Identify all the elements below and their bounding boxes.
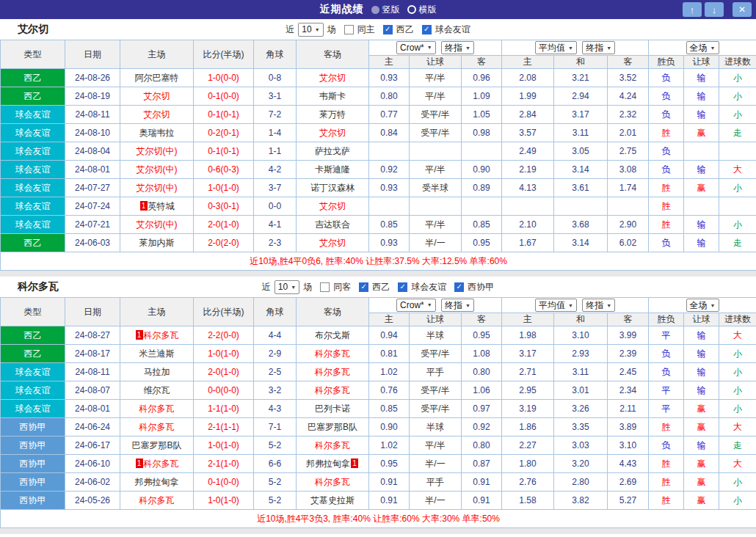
avg-home-cell: 2.49 <box>502 142 554 161</box>
chevron-down-icon: ▼ <box>606 303 611 308</box>
match-count-select[interactable]: 10 ▼ <box>275 280 299 294</box>
col-away: 客场 <box>297 298 369 326</box>
handicap-cell: 半/一 <box>410 492 462 510</box>
away-cell: 艾尔切 <box>297 234 369 252</box>
date-cell: 24-06-03 <box>65 234 120 252</box>
move-up-button[interactable]: ↑ <box>683 2 702 17</box>
col-corner: 角球 <box>254 298 297 326</box>
odds-away-cell: 0.92 <box>462 418 502 436</box>
avg-home-cell: 1.98 <box>502 326 554 345</box>
avg-final-select[interactable]: 终指▼ <box>582 299 615 312</box>
fulltime-select[interactable]: 全场▼ <box>686 41 719 54</box>
corner-cell: 4-4 <box>254 326 297 345</box>
away-cell: 艾尔切 <box>297 197 369 216</box>
result-cell: 负 <box>649 106 684 124</box>
score-cell: 2-0(1-0) <box>194 216 254 234</box>
avg-odds-group: 平均值▼ 终指▼ <box>502 298 649 313</box>
date-cell: 24-08-04 <box>65 142 120 161</box>
chevron-down-icon: ▼ <box>315 27 320 32</box>
team-name: 巴列卡诺 <box>315 403 350 414</box>
league-checkbox-friendly[interactable]: ✓ <box>422 25 432 34</box>
team-name: 布尔戈斯 <box>315 330 350 340</box>
date-cell: 24-08-10 <box>65 124 120 142</box>
score-cell: 0-1(0-0) <box>194 473 254 492</box>
home-cell: 阿尔巴塞特 <box>120 69 194 87</box>
away-cell: 萨拉戈萨 <box>297 142 369 161</box>
avg-away-cell: 2.90 <box>608 216 649 234</box>
avg-home-cell <box>502 197 554 216</box>
result-cell: 负 <box>649 69 684 87</box>
league-checkbox-friendly[interactable]: ✓ <box>398 282 407 292</box>
avg-home-cell: 2.27 <box>502 436 554 455</box>
odds-source-select[interactable]: Crow*▼ <box>396 41 436 54</box>
team-filter-bar-1: 艾尔切 近 10 ▼ 场 同主 ✓ 西乙 ✓ 球会友谊 <box>0 19 756 40</box>
league-cell: 球会友谊 <box>1 106 65 124</box>
team-name: 奥瑞韦拉 <box>139 128 175 138</box>
odds-home-cell: 0.85 <box>369 400 410 418</box>
avg-away-cell: 3.52 <box>608 69 649 87</box>
result-cell: 胜 <box>649 216 684 234</box>
subcol-avg-draw: 和 <box>554 313 608 326</box>
team-name: 马拉加 <box>144 367 170 377</box>
same-home-checkbox[interactable] <box>344 25 354 34</box>
corner-cell: 3-7 <box>254 179 297 197</box>
league-checkbox-laliga2[interactable]: ✓ <box>383 25 393 34</box>
fulltime-select[interactable]: 全场▼ <box>686 299 719 312</box>
avg-draw-cell: 3.11 <box>554 124 608 142</box>
league-checkbox-laliga2[interactable]: ✓ <box>359 282 368 292</box>
avg-away-cell: 2.39 <box>608 345 649 363</box>
handicap-cell: 平/半 <box>410 161 462 179</box>
subcol-handicap-result: 让球 <box>684 313 719 326</box>
avg-select[interactable]: 平均值▼ <box>535 41 577 54</box>
odds-away-cell: 0.80 <box>462 363 502 381</box>
score-cell: 2-2(0-0) <box>194 326 254 345</box>
handicap-result-cell: 赢 <box>684 400 719 418</box>
handicap-cell: 受半球 <box>410 179 462 197</box>
avg-away-cell <box>608 197 649 216</box>
odds-final-select[interactable]: 终指▼ <box>441 299 474 312</box>
avg-away-cell: 2.01 <box>608 124 649 142</box>
avg-away-cell: 3.08 <box>608 161 649 179</box>
move-down-button[interactable]: ↓ <box>705 2 724 17</box>
league-cell: 球会友谊 <box>1 179 65 197</box>
avg-draw-cell: 3.26 <box>554 400 608 418</box>
avg-select[interactable]: 平均值▼ <box>535 299 577 312</box>
same-away-checkbox[interactable] <box>320 282 330 292</box>
match-row: 西协甲24-06-101科尔多瓦2-1(1-0)6-6邦弗拉甸拿10.95半/一… <box>1 455 756 473</box>
rank-badge: 1 <box>140 201 148 211</box>
match-row: 球会友谊24-08-10奥瑞韦拉0-2(0-1)1-4艾尔切0.84受平/半0.… <box>1 124 756 142</box>
handicap-result-cell: 输 <box>684 326 719 345</box>
titlebar-center: 近期战绩 竖版 横版 <box>320 3 437 16</box>
subcol-odds-away: 客 <box>462 56 502 69</box>
rank-badge: 1 <box>351 459 358 468</box>
team-name: 艾尔切(中) <box>137 164 178 175</box>
league-checkbox-primera-rfef[interactable]: ✓ <box>454 282 464 292</box>
team-name: 巴塞罗那B队 <box>308 422 357 432</box>
match-count-select[interactable]: 10 ▼ <box>298 23 323 37</box>
odds-final-select[interactable]: 终指▼ <box>441 41 474 54</box>
recent-matches-table-1: 类型 日期 主场 比分(半场) 角球 客场 Crow*▼ 终指▼ 平均值▼ 终指… <box>0 40 756 271</box>
avg-draw-cell: 2.80 <box>554 473 608 492</box>
match-row: 西协甲24-06-02邦弗拉甸拿0-1(0-0)5-2科尔多瓦0.91平手0.9… <box>1 473 756 492</box>
score-cell: 2-1(1-1) <box>194 418 254 436</box>
layout-horizontal-option[interactable]: 横版 <box>407 4 437 16</box>
goals-result-cell: 小 <box>719 492 756 510</box>
away-cell: 科尔多瓦 <box>297 436 369 455</box>
match-row: 球会友谊24-08-01艾尔切(中)0-6(0-3)4-2卡斯迪隆0.92平/半… <box>1 161 756 179</box>
league-cell: 球会友谊 <box>1 216 65 234</box>
odds-away-cell <box>462 142 502 161</box>
avg-final-select[interactable]: 终指▼ <box>582 41 615 54</box>
match-row: 西乙24-08-19艾尔切0-1(0-0)3-1韦斯卡0.80平/半1.091.… <box>1 87 756 106</box>
corner-cell: 7-1 <box>254 418 297 436</box>
odds-away-cell: 0.90 <box>462 161 502 179</box>
score-cell: 1-0(0-0) <box>194 69 254 87</box>
handicap-result-cell: 输 <box>684 345 719 363</box>
team-name: 萨拉戈萨 <box>315 146 350 156</box>
close-button[interactable]: ✕ <box>733 2 752 17</box>
col-corner: 角球 <box>254 40 297 69</box>
layout-vertical-option[interactable]: 竖版 <box>371 4 400 16</box>
team-name: 诺丁汉森林 <box>310 183 355 193</box>
layout-horizontal-label: 横版 <box>419 4 437 16</box>
handicap-result-cell: 赢 <box>684 473 719 492</box>
odds-source-select[interactable]: Crow*▼ <box>396 299 436 312</box>
